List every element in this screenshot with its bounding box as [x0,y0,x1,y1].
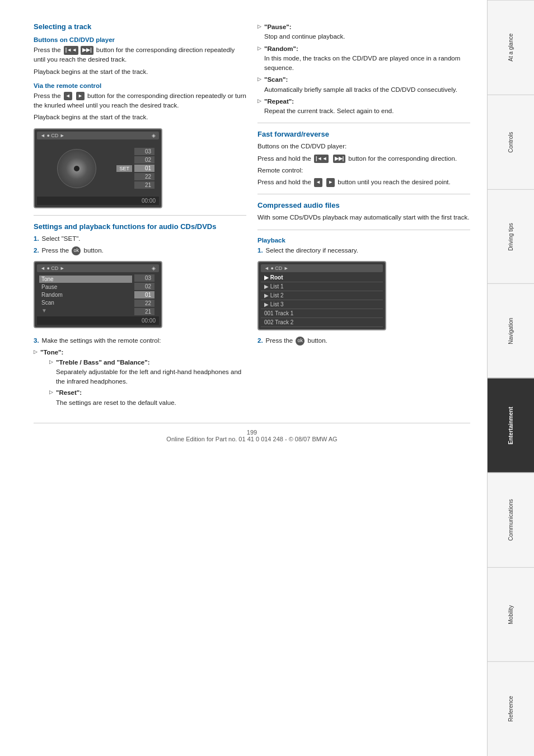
cd-top-left-2: ◄ ● CD ► [40,265,65,271]
sidebar-tab-mobility[interactable]: Mobility [488,567,534,662]
playback-step1-text: Select the directory if necessary. [266,246,358,255]
cd-track-02: 02 [134,156,154,164]
sidebar-tab-reference[interactable]: Reference [488,661,534,756]
tone-bullet: ▷ "Tone": ▷ "Treble / Bass" and "Balance… [34,348,246,409]
cd-dir-track1: 001 Track 1 [261,309,383,318]
step-2-text: Press the ok button. [42,246,104,255]
prev-track-btn: |◄◄ [64,46,78,55]
cd-menu-random: Random [39,291,132,298]
page-footer: 199 Online Edition for Part no. 01 41 0 … [34,423,470,442]
tone-arrow: ▷ [34,348,38,356]
fast-prev-btn: |◄◄ [314,155,329,164]
reset-subbullet: ▷ "Reset": The settings are reset to the… [49,388,246,408]
cd-time-2: 00:00 [37,316,159,325]
ok-button-1: ok [72,246,81,255]
divider-4 [257,230,470,230]
playback-heading: Playback [257,237,470,244]
compressed-text: With some CDs/DVDs playback may automati… [257,213,470,222]
via-remote-heading: Via the remote control [34,82,246,89]
step-3-text: Make the settings with the remote contro… [42,336,161,346]
cd-dir-list2: ▶ List 2 [261,291,383,300]
cd-dir-list1: ▶ List 1 [261,282,383,291]
treble-text: Separately adjustable for the left and r… [56,368,241,385]
random-bullet: ▷ "Random": In this mode, the tracks on … [257,44,470,73]
settings-step-2: 2. Press the ok button. [34,246,246,255]
next-track-btn: ▶▶| [81,46,93,55]
cd2-track-22: 22 [134,300,154,307]
cd-track-03: 03 [134,148,154,155]
reset-label: "Reset": [56,389,82,396]
fast-text-4: Press and hold the ◄ ► button until you … [257,178,470,187]
sidebar-tab-entertainment[interactable]: Entertainment [488,378,534,473]
repeat-arrow: ▷ [257,97,261,105]
fast-remote-next: ► [326,178,335,187]
cd-dir-list3: ▶ List 3 [261,300,383,309]
tone-label: "Tone": [40,349,63,356]
remote-playback-text: Playback begins at the start of the trac… [34,113,246,122]
page-number: 199 [247,429,257,436]
cd-track-22: 22 [134,173,154,180]
random-label: "Random": [264,45,298,52]
random-arrow: ▷ [257,45,261,53]
reset-arrow: ▷ [49,389,53,396]
selecting-track-heading: Selecting a track [34,22,246,31]
remote-prev-btn: ◄ [64,92,72,101]
cd-display-1: ◄ ● CD ► ◈ 03 02 SE [34,128,162,208]
pause-text: Stop and continue playback. [264,33,345,40]
cd-time-1: 00:00 [37,197,159,205]
cd2-track-01: 01 [134,291,154,298]
treble-subbullet: ▷ "Treble / Bass" and "Balance": Separat… [49,358,246,387]
fast-text-1: Buttons on the CD/DVD player: [257,142,470,151]
cd-disc-1 [57,149,96,188]
footer-text: Online Edition for Part no. 01 41 0 014 … [166,436,337,442]
buttons-playback-text: Playback begins at the start of the trac… [34,67,246,77]
sidebar-tab-at-a-glance[interactable]: At a glance [488,0,534,95]
divider-2 [257,123,470,123]
treble-label: "Treble / Bass" and "Balance": [56,359,150,366]
fast-text-2: Press and hold the |◄◄ ▶▶| button for th… [257,154,470,164]
cd-set-label: SET [116,165,132,172]
step-num-2: 2. [34,246,39,255]
scan-text: Automatically briefly sample all tracks … [264,86,457,93]
divider-1 [34,215,246,216]
settings-heading: Settings and playback functions for audi… [34,222,246,231]
fast-next-btn: ▶▶| [333,155,346,164]
cd-disc-hole-1 [74,166,79,171]
settings-step-3: 3. Make the settings with the remote con… [34,336,246,346]
buttons-text: Press the |◄◄▶▶| button for the correspo… [34,45,246,65]
cd2-track-02: 02 [134,283,154,290]
playback-step-1: 1. Select the directory if necessary. [257,246,470,255]
playback-step-2: 2. Press the ok button. [257,336,470,346]
sidebar-tab-communications[interactable]: Communications [488,473,534,567]
playback-num-1: 1. [257,246,263,255]
cd-track-21: 21 [134,181,154,189]
step-1-text: Select "SET". [42,234,81,244]
repeat-text: Repeat the current track. Select again t… [264,108,394,114]
cd-menu-scroll: ▼ [39,307,132,314]
cd-dir-track2: 002 Track 2 [261,318,383,327]
fast-text-3: Remote control: [257,166,470,175]
cd-track-01: 01 [134,165,154,172]
cd-top-right-2: ◈ [152,265,156,271]
random-text: In this mode, the tracks on the CD/DVD a… [264,55,460,71]
fast-remote-prev: ◄ [314,178,322,187]
step-num-1: 1. [34,234,39,244]
cd-top-left-1: ◄ ● CD ► [40,133,65,138]
cd-top-right-1: ◈ [152,133,156,138]
scan-label: "Scan": [264,76,288,83]
cd-dir-root: ▶ Root [261,273,383,282]
sidebar-tab-navigation[interactable]: Navigation [488,283,534,378]
scan-bullet: ▷ "Scan": Automatically briefly sample a… [257,75,470,95]
sidebar-tab-controls[interactable]: Controls [488,95,534,189]
fast-forward-heading: Fast forward/reverse [257,130,470,138]
cd-dir-display: ◄ ● CD ► ▶ Root ▶ List 1 ▶ List 2 ▶ List… [257,261,386,330]
sidebar-tab-driving-tips[interactable]: Driving tips [488,189,534,284]
cd-dir-top-left: ◄ ● CD ► [264,265,289,271]
pause-label: "Pause": [264,24,292,30]
repeat-bullet: ▷ "Repeat": Repeat the current track. Se… [257,97,470,116]
reset-text: The settings are reset to the default va… [56,399,176,406]
cd2-track-03: 03 [134,274,154,282]
pause-bullet: ▷ "Pause": Stop and continue playback. [257,22,470,42]
repeat-label: "Repeat": [264,98,294,105]
cd-menu-pause: Pause [39,283,132,291]
